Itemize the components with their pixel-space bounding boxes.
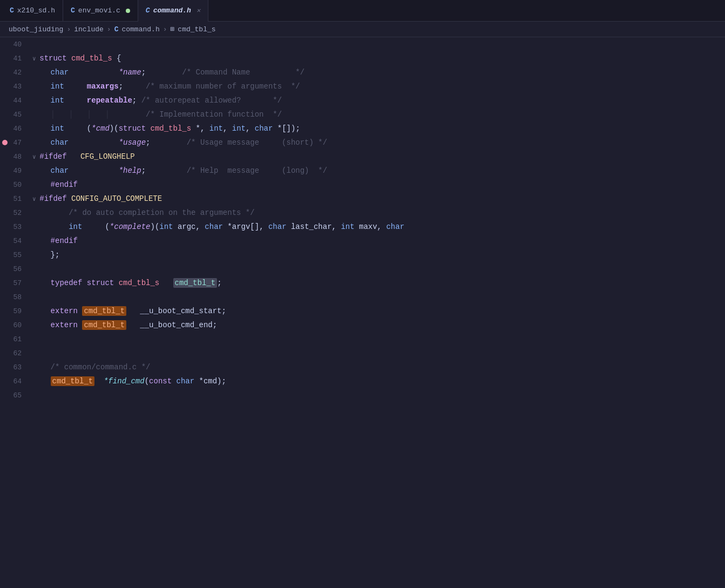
line-number: 53: [0, 223, 28, 231]
code-line-47: 47 char *usage; /* Usage message (short)…: [0, 136, 725, 150]
breadcrumb-part[interactable]: include: [74, 25, 104, 33]
breadcrumb-part[interactable]: uboot_jiuding: [9, 25, 63, 33]
code-line-62: 62: [0, 346, 725, 360]
line-content: extern cmd_tbl_t __u_boot_cmd_end;: [28, 321, 217, 329]
code-line-50: 50 #endif: [0, 178, 725, 192]
line-number: 65: [0, 391, 28, 400]
breadcrumb: uboot_jiuding › include › C command.h › …: [0, 22, 725, 37]
code-line-53: 53 int (*complete)(int argc, char *argv[…: [0, 220, 725, 234]
line-number: 51: [0, 195, 28, 203]
breadcrumb-part[interactable]: cmd_tbl_s: [178, 25, 215, 33]
code-line-55: 55 };: [0, 248, 725, 262]
line-number: 54: [0, 237, 28, 245]
line-content: ∨ #ifdef CFG_LONGHELP: [28, 152, 135, 161]
tab-bar: C x210_sd.h C env_movi.c C command.h ✕: [0, 0, 725, 22]
line-number: 41: [0, 55, 28, 63]
code-line-40: 40: [0, 37, 725, 51]
tab-label: command.h: [153, 6, 191, 15]
line-content: #endif: [28, 180, 78, 189]
code-line-63: 63 /* common/command.c */: [0, 360, 725, 374]
line-number: 56: [0, 265, 28, 273]
line-content: cmd_tbl_t *find_cmd(const char *cmd);: [28, 377, 226, 386]
line-number: 50: [0, 181, 28, 189]
line-number: 62: [0, 349, 28, 357]
line-content: int (*complete)(int argc, char *argv[], …: [28, 222, 404, 231]
line-content: /* common/command.c */: [28, 363, 150, 371]
modified-indicator: [126, 9, 130, 13]
code-line-59: 59 extern cmd_tbl_t __u_boot_cmd_start;: [0, 304, 725, 318]
line-number: 57: [0, 279, 28, 287]
line-content: ∨ struct cmd_tbl_s {: [28, 54, 121, 63]
line-number: 45: [0, 111, 28, 119]
tab-command-h[interactable]: C command.h ✕: [138, 0, 208, 22]
line-content: char *help; /* Help message (long) */: [28, 166, 327, 175]
line-content: char *name; /* Command Name */: [28, 68, 304, 77]
line-content: int (*cmd)(struct cmd_tbl_s *, int, int,…: [28, 124, 300, 133]
line-number: 64: [0, 377, 28, 386]
tab-x210-sd[interactable]: C x210_sd.h: [2, 0, 63, 22]
line-content: char *usage; /* Usage message (short) */: [28, 138, 327, 147]
line-number: 60: [0, 321, 28, 329]
tab-label: x210_sd.h: [17, 6, 55, 15]
breadcrumb-struct-icon: ⊞: [171, 25, 175, 33]
code-lines: 40 41 ∨ struct cmd_tbl_s { 42 char *name…: [0, 37, 725, 585]
line-number: 52: [0, 209, 28, 217]
code-line-56: 56: [0, 262, 725, 276]
code-line-57: 57 typedef struct cmd_tbl_s cmd_tbl_t;: [0, 276, 725, 290]
line-content: #endif: [28, 236, 78, 245]
line-number: 61: [0, 335, 28, 343]
code-line-64: 64 cmd_tbl_t *find_cmd(const char *cmd);: [0, 374, 725, 388]
code-line-46: 46 int (*cmd)(struct cmd_tbl_s *, int, i…: [0, 121, 725, 136]
breadcrumb-separator: ›: [66, 25, 71, 33]
code-line-60: 60 extern cmd_tbl_t __u_boot_cmd_end;: [0, 318, 725, 332]
code-line-49: 49 char *help; /* Help message (long) */: [0, 164, 725, 178]
line-content: ∨ #ifdef CONFIG_AUTO_COMPLETE: [28, 194, 162, 203]
line-number: 42: [0, 69, 28, 77]
code-line-44: 44 int repeatable; /* autorepeat allowed…: [0, 93, 725, 107]
close-icon[interactable]: ✕: [197, 6, 200, 15]
line-content: };: [28, 251, 59, 259]
code-area: 40 41 ∨ struct cmd_tbl_s { 42 char *name…: [0, 37, 725, 585]
c-icon: C: [71, 6, 75, 15]
code-line-48: 48 ∨ #ifdef CFG_LONGHELP: [0, 150, 725, 164]
line-number: 59: [0, 307, 28, 315]
line-number: 44: [0, 97, 28, 105]
line-number: 58: [0, 293, 28, 301]
c-icon: C: [146, 6, 150, 15]
line-number: 49: [0, 167, 28, 175]
code-line-52: 52 /* do auto completion on the argument…: [0, 206, 725, 220]
code-line-65: 65: [0, 388, 725, 402]
line-content: /* do auto completion on the arguments *…: [28, 208, 255, 217]
line-number: 46: [0, 125, 28, 133]
code-line-43: 43 int maxargs; /* maximum number of arg…: [0, 79, 725, 93]
c-icon: C: [10, 6, 14, 15]
line-content: int repeatable; /* autorepeat allowed? *…: [28, 96, 282, 105]
code-line-42: 42 char *name; /* Command Name */: [0, 65, 725, 79]
line-number: 43: [0, 83, 28, 91]
code-line-58: 58: [0, 290, 725, 304]
code-line-54: 54 #endif: [0, 234, 725, 248]
line-content: typedef struct cmd_tbl_s cmd_tbl_t;: [28, 279, 222, 287]
line-content: extern cmd_tbl_t __u_boot_cmd_start;: [28, 307, 226, 315]
code-line-45: 45 │ │ │ │ /* Implementation function */: [0, 107, 725, 121]
code-line-51: 51 ∨ #ifdef CONFIG_AUTO_COMPLETE: [0, 192, 725, 206]
tab-label: env_movi.c: [78, 6, 120, 15]
line-content: int maxargs; /* maximum number of argume…: [28, 82, 300, 91]
c-file-icon: C: [114, 25, 119, 33]
breadcrumb-part[interactable]: command.h: [121, 25, 159, 33]
breadcrumb-separator: ›: [107, 25, 111, 33]
code-line-41: 41 ∨ struct cmd_tbl_s {: [0, 51, 725, 65]
line-number: 63: [0, 363, 28, 371]
breakpoint-indicator: [2, 140, 8, 145]
breadcrumb-separator: ›: [163, 25, 167, 33]
tab-env-movi[interactable]: C env_movi.c: [63, 0, 138, 22]
line-number: 48: [0, 153, 28, 161]
line-number: 40: [0, 40, 28, 49]
line-number: 55: [0, 251, 28, 259]
line-content: │ │ │ │ /* Implementation function */: [28, 110, 282, 119]
code-line-61: 61: [0, 332, 725, 346]
